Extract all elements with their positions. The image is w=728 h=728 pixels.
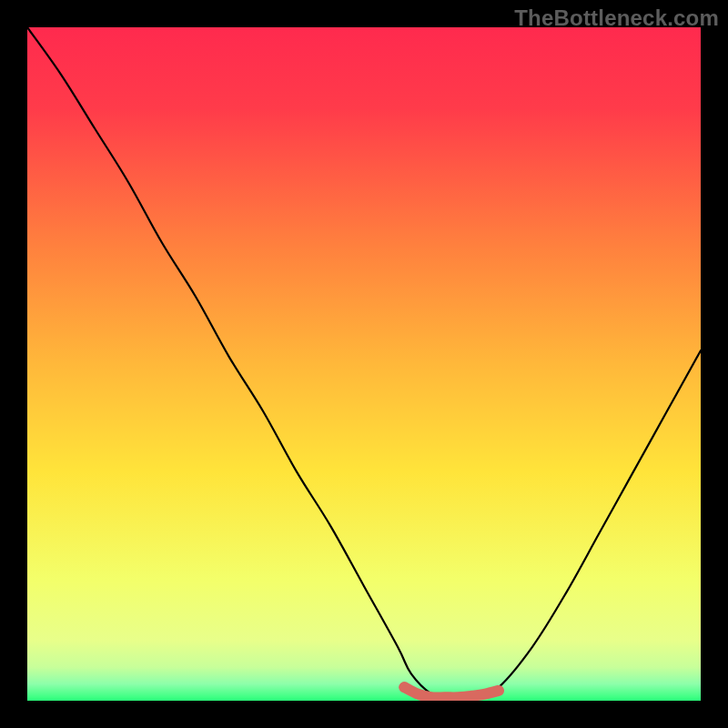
gradient-bg (27, 27, 701, 701)
watermark-label: TheBottleneck.com (514, 5, 719, 31)
chart-svg (27, 27, 701, 701)
optimal-start-dot (399, 682, 410, 693)
plot-area (27, 27, 701, 701)
chart-frame: TheBottleneck.com (0, 0, 728, 728)
